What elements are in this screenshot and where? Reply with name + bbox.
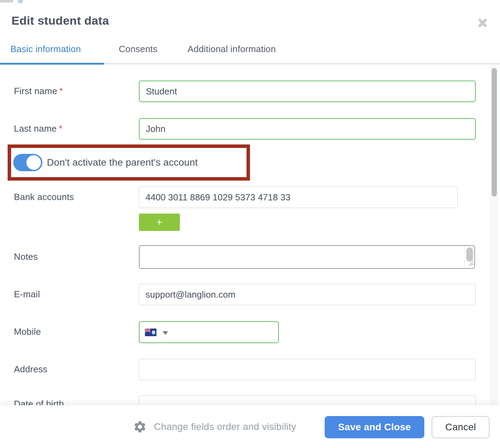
modal-title: Edit student data (11, 14, 109, 27)
mobile-label: Mobile (14, 326, 41, 337)
address-label: Address (14, 364, 48, 375)
first-name-label-text: First name (14, 86, 57, 96)
modal-scrollbar-thumb[interactable] (492, 68, 497, 197)
cancel-button[interactable]: Cancel (432, 416, 490, 438)
tab-additional-information[interactable]: Additional information (188, 44, 276, 55)
tab-basic-information[interactable]: Basic information (10, 44, 81, 55)
mobile-phone-input[interactable] (139, 321, 279, 343)
last-name-label-text: Last name (14, 123, 57, 134)
required-asterisk: * (59, 86, 63, 96)
last-name-input[interactable] (139, 118, 476, 140)
address-input[interactable] (139, 359, 476, 380)
gear-icon[interactable] (133, 420, 147, 434)
modal-footer: Change fields order and visibility Save … (0, 405, 500, 448)
screen: Edit student data Basic information Cons… (0, 0, 500, 448)
parent-account-toggle[interactable] (13, 154, 42, 171)
background-page-chip (18, 0, 23, 3)
add-bank-account-button[interactable]: + (139, 214, 180, 231)
close-icon[interactable] (476, 17, 489, 29)
bank-account-input[interactable] (139, 186, 458, 208)
edit-student-modal: Edit student data Basic information Cons… (0, 3, 500, 446)
tab-active-indicator (0, 63, 104, 65)
notes-textarea[interactable] (139, 245, 475, 269)
first-name-input[interactable] (139, 81, 476, 102)
tab-consents[interactable]: Consents (119, 44, 157, 55)
toggle-knob (26, 155, 41, 170)
notes-label: Notes (14, 251, 38, 262)
required-asterisk: * (59, 123, 62, 134)
first-name-label: First name* (14, 86, 63, 97)
last-name-label: Last name* (14, 123, 62, 134)
background-page-edge (0, 0, 13, 2)
notes-scrollbar-thumb[interactable] (466, 247, 473, 262)
bank-accounts-label: Bank accounts (14, 192, 74, 202)
chevron-down-icon[interactable] (162, 331, 168, 335)
email-input[interactable] (139, 284, 476, 305)
save-and-close-button[interactable]: Save and Close (325, 416, 424, 438)
email-label: E-mail (14, 289, 40, 300)
resize-handle-icon[interactable] (468, 260, 474, 268)
country-flag-icon[interactable] (145, 329, 157, 336)
highlight-annotation-box: Don't activate the parent's account (8, 144, 250, 181)
parent-account-toggle-label: Don't activate the parent's account (47, 157, 198, 168)
notes-scrollbar[interactable] (465, 246, 474, 268)
change-fields-order-link[interactable]: Change fields order and visibility (154, 421, 296, 432)
